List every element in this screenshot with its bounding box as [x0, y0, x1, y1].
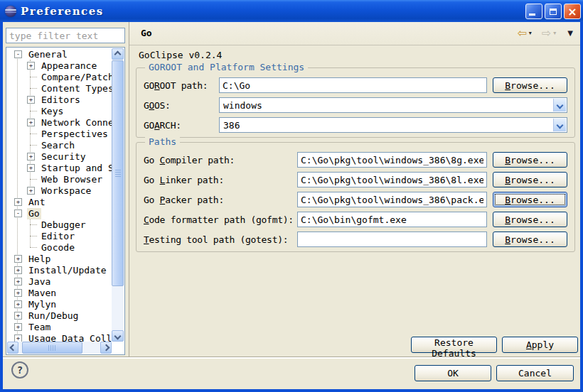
ok-button[interactable]: OK — [414, 365, 491, 381]
group-paths: PathsGo Compiler path:Browse...Go Linker… — [136, 142, 575, 252]
vertical-scrollbar-thumb[interactable] — [112, 60, 124, 286]
titlebar: Preferences × — [0, 0, 583, 22]
expand-icon[interactable]: + — [14, 300, 22, 308]
tree-item-ant[interactable]: +Ant — [7, 196, 112, 207]
expand-icon[interactable]: + — [27, 164, 35, 172]
goarch-value: 386 — [220, 120, 240, 131]
tree-item-compare-patch[interactable]: Compare/Patch — [7, 71, 112, 82]
combo-dropdown-icon[interactable] — [553, 119, 566, 131]
collapse-icon[interactable]: - — [14, 50, 22, 58]
tree-item-usage-data-collect[interactable]: +Usage Data Collect — [7, 332, 112, 342]
tree-vertical-scrollbar[interactable] — [112, 48, 124, 342]
tree-item-mylyn[interactable]: +Mylyn — [7, 298, 112, 310]
scroll-up-button[interactable] — [112, 48, 124, 60]
testing-tool-path-browse-button[interactable]: Browse... — [493, 232, 567, 247]
tree-item-startup-and-shu[interactable]: +Startup and Shu — [7, 162, 112, 173]
expand-icon[interactable]: + — [27, 62, 35, 70]
maximize-icon — [550, 9, 557, 15]
view-menu-icon[interactable]: ▼ — [567, 29, 573, 37]
expand-icon[interactable]: + — [14, 289, 22, 297]
expand-icon[interactable]: + — [14, 312, 22, 320]
maximize-button[interactable] — [545, 4, 562, 19]
minimize-button[interactable] — [525, 4, 542, 19]
filter-input[interactable] — [6, 28, 125, 43]
tree-item-workspace[interactable]: +Workspace — [7, 185, 112, 196]
group-title: GOROOT and Platform Settings — [145, 62, 308, 72]
go-packer-path-input[interactable] — [297, 192, 487, 207]
go-linker-path-browse-button[interactable]: Browse... — [493, 172, 567, 187]
horizontal-scrollbar-thumb[interactable] — [22, 342, 82, 354]
tree-item-label: Search — [40, 140, 76, 151]
expand-icon[interactable]: + — [27, 187, 35, 195]
tree-item-editors[interactable]: +Editors — [7, 94, 112, 105]
tree-item-maven[interactable]: +Maven — [7, 287, 112, 298]
tree-item-team[interactable]: +Team — [7, 321, 112, 332]
close-button[interactable]: × — [564, 4, 581, 19]
tree-item-editor[interactable]: Editor — [7, 230, 112, 241]
expand-icon[interactable]: + — [14, 334, 22, 342]
scroll-left-button[interactable] — [7, 342, 18, 354]
tree-item-keys[interactable]: Keys — [7, 105, 112, 116]
group-title: Paths — [145, 136, 180, 147]
tree-item-help[interactable]: +Help — [7, 253, 112, 264]
expand-icon[interactable]: + — [14, 278, 22, 285]
expand-icon[interactable]: + — [14, 198, 22, 206]
preference-page-panel: Go ⇦ ▾ ⇨ ▾ ▼ GoClipse v0.2.4 GOROOT and … — [129, 22, 580, 356]
tree-item-debugger[interactable]: Debugger — [7, 219, 112, 230]
expand-icon[interactable]: + — [27, 96, 35, 104]
go-compiler-path-browse-button[interactable]: Browse... — [493, 152, 567, 168]
tree-item-perspectives[interactable]: Perspectives — [7, 128, 112, 139]
tree-item-content-types[interactable]: Content Types — [7, 82, 112, 94]
apply-button[interactable]: Apply — [502, 337, 578, 353]
go-linker-path-row: Go Linker path:Browse... — [144, 170, 567, 190]
tree-item-label: Content Types — [40, 83, 112, 94]
tree-horizontal-scrollbar[interactable] — [7, 342, 112, 354]
help-button[interactable]: ? — [11, 361, 28, 379]
cancel-button[interactable]: Cancel — [496, 365, 574, 381]
tree-item-label: Appearance — [40, 60, 98, 72]
tree-item-network-connect[interactable]: +Network Connect — [7, 116, 112, 128]
minimize-icon — [529, 13, 535, 16]
expand-icon[interactable]: + — [27, 119, 35, 126]
combo-dropdown-icon[interactable] — [553, 99, 566, 111]
tree-item-search[interactable]: Search — [7, 139, 112, 151]
back-history-dropdown-caret-icon[interactable]: ▾ — [529, 30, 532, 36]
goroot-path-input[interactable] — [219, 77, 487, 93]
go-compiler-path-label: Go Compiler path: — [144, 155, 297, 165]
page-body: GoClipse v0.2.4 GOROOT and Platform Sett… — [129, 45, 580, 356]
scroll-down-button[interactable] — [112, 330, 124, 342]
go-packer-path-browse-button[interactable]: Browse... — [493, 192, 567, 207]
tree-item-java[interactable]: +Java — [7, 276, 112, 287]
tree-item-appearance[interactable]: +Appearance — [7, 60, 112, 71]
preferences-window: Preferences × -General+AppearanceCompare… — [0, 0, 583, 392]
chevron-down-icon — [114, 332, 122, 339]
tree-item-security[interactable]: +Security — [7, 151, 112, 162]
window-title: Preferences — [21, 5, 104, 18]
goroot-path-row: GOROOT path:Browse... — [144, 75, 567, 95]
scroll-right-button[interactable] — [100, 342, 112, 354]
tree-item-web-browser[interactable]: Web Browser — [7, 173, 112, 185]
goos-select[interactable]: windows — [219, 97, 567, 113]
goroot-path-browse-button[interactable]: Browse... — [493, 77, 567, 93]
collapse-icon[interactable]: - — [14, 209, 22, 217]
tree-item-general[interactable]: -General — [7, 48, 112, 60]
expand-icon[interactable]: + — [27, 153, 35, 160]
expand-icon[interactable]: + — [14, 255, 22, 263]
expand-icon[interactable]: + — [14, 323, 22, 331]
goarch-select[interactable]: 386 — [219, 117, 567, 133]
tree-item-label: Editors — [40, 94, 82, 106]
tree-item-gocode[interactable]: Gocode — [7, 241, 112, 253]
testing-tool-path-input[interactable] — [297, 232, 487, 247]
expand-icon[interactable]: + — [14, 266, 22, 274]
code-formatter-path-browse-button[interactable]: Browse... — [493, 212, 567, 227]
back-arrow-icon[interactable]: ⇦ — [517, 26, 526, 40]
tree-item-label: Ant — [27, 197, 46, 208]
go-compiler-path-input[interactable] — [297, 152, 487, 168]
tree-item-run-debug[interactable]: +Run/Debug — [7, 310, 112, 321]
code-formatter-path-input[interactable] — [297, 212, 487, 227]
tree-item-go[interactable]: -Go — [7, 207, 112, 219]
chevron-right-icon — [102, 344, 109, 352]
tree-item-install-update[interactable]: +Install/Update — [7, 264, 112, 276]
restore-defaults-button[interactable]: Restore Defaults — [411, 337, 497, 353]
go-linker-path-input[interactable] — [297, 172, 487, 187]
